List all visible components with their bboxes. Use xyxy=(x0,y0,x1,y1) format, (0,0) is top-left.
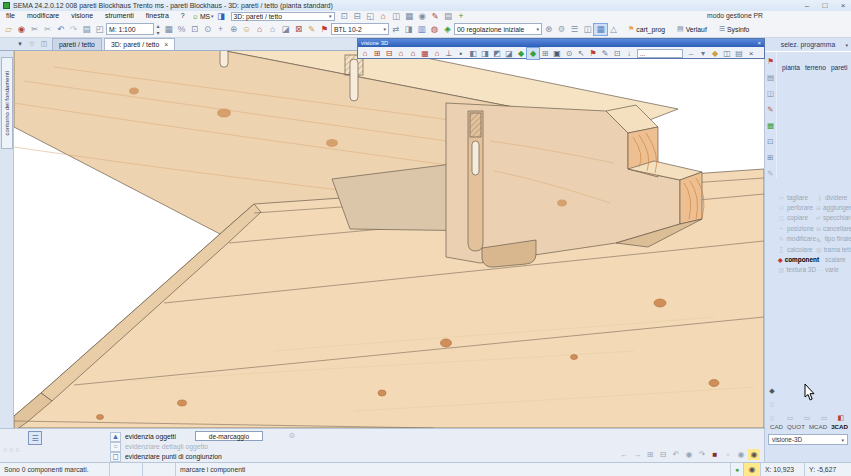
mode-cad[interactable]: CAD xyxy=(770,423,783,430)
list-icon[interactable]: ▤ xyxy=(442,11,455,22)
mode-mcad[interactable]: MCAD xyxy=(809,423,827,430)
tool-calcolare[interactable]: ∑calcolare xyxy=(778,244,816,254)
edit-icon[interactable]: ✎ xyxy=(429,11,442,22)
3d-scene[interactable] xyxy=(14,51,764,428)
zoom-object-icon[interactable]: ⊙ xyxy=(563,48,575,59)
tool-component[interactable]: ◆component xyxy=(778,254,816,264)
dropdown-icon[interactable]: ▾ xyxy=(697,48,709,59)
menu-visione[interactable]: visione xyxy=(65,11,99,21)
close-view-icon[interactable]: × xyxy=(745,48,757,59)
sidebar-item-terreno[interactable]: terreno xyxy=(800,64,826,71)
view-iso-icon[interactable]: ⌂ xyxy=(395,48,407,59)
favorites-icon[interactable]: ☆ xyxy=(26,38,38,50)
view-name-field[interactable]: ... xyxy=(637,49,683,58)
select-icon[interactable]: ↖ xyxy=(575,48,587,59)
zoom-icon[interactable]: ⊙ xyxy=(201,24,214,35)
gear-icon[interactable]: ⚙ xyxy=(555,24,568,35)
menu-help[interactable]: ? xyxy=(175,11,191,21)
delete-icon[interactable]: ⊠ xyxy=(292,24,305,35)
tool-perforare[interactable]: ⊙perforare xyxy=(778,202,816,212)
mode-quot[interactable]: QUOT xyxy=(787,423,805,430)
scale-spinner[interactable]: ▴▾ xyxy=(154,22,162,36)
demark-button[interactable]: de-marcaggio xyxy=(195,431,263,441)
view-3d-combo[interactable]: visione-3D ▾ xyxy=(768,434,848,445)
view-mode-icon[interactable]: ◨ xyxy=(215,11,228,22)
prev-icon[interactable]: ← xyxy=(618,449,630,460)
cut-alt-icon[interactable]: ✂ xyxy=(41,24,54,35)
zoom-all-icon[interactable]: ▦ xyxy=(162,24,175,35)
menu-modificare[interactable]: modificare xyxy=(21,11,65,21)
sidebar-item-pianta[interactable]: pianta xyxy=(777,64,800,71)
user-caret-icon[interactable]: ▾ xyxy=(211,13,214,19)
zoom-window-icon[interactable]: ⊡ xyxy=(338,11,351,22)
tool-tipo-finale[interactable]: ◣tipo finale xyxy=(816,234,851,244)
view-roof-icon[interactable]: ▦ xyxy=(419,48,431,59)
add-view-icon[interactable]: ⊞ xyxy=(644,449,656,460)
eye-icon[interactable]: ◉ xyxy=(683,449,695,460)
rotate-left-icon[interactable]: ↶ xyxy=(670,449,682,460)
mode-3cad[interactable]: 3CAD xyxy=(831,423,848,430)
verlauf-button[interactable]: ▤ Verlauf xyxy=(673,23,711,35)
walls-icon[interactable]: ◫ xyxy=(765,88,776,98)
sysinfo-button[interactable]: ☰ Sysinfo xyxy=(715,23,754,35)
favorite-view-icon[interactable]: ◆ xyxy=(709,48,721,59)
render-icon[interactable]: ◍ xyxy=(428,24,441,35)
tool-dividere[interactable]: ∥dividere xyxy=(816,192,851,202)
rotate-right-icon[interactable]: ↷ xyxy=(696,449,708,460)
program-selector-header[interactable]: selez. programma ▾ xyxy=(765,38,851,52)
person-view-icon[interactable]: ☺ xyxy=(240,24,253,35)
recent-icon[interactable]: ◉ xyxy=(15,24,28,35)
cube-view-left-icon[interactable]: ◧ xyxy=(467,48,479,59)
swap-icon[interactable]: ⇄ xyxy=(389,24,402,35)
cut-icon[interactable]: ✂ xyxy=(28,24,41,35)
print-icon[interactable]: ▤ xyxy=(80,24,93,35)
floor-icon[interactable]: ⊡ xyxy=(765,136,776,146)
pan-view-icon[interactable]: ⊟ xyxy=(351,11,364,22)
panel-icon[interactable]: ◨ xyxy=(402,24,415,35)
solid-view-icon[interactable]: ◆ xyxy=(515,48,527,59)
center-icon[interactable]: ⊕ xyxy=(227,24,240,35)
component-marker-icon[interactable]: ◆ xyxy=(767,386,777,395)
tool-trama-tetto[interactable]: ▨trama tetto xyxy=(816,244,851,254)
show-marked-icon[interactable]: ◉ xyxy=(735,449,747,460)
collapse-icon[interactable]: – xyxy=(685,48,697,59)
mcad-icon[interactable]: ▭ xyxy=(819,413,829,422)
visione-3d-toolbar[interactable]: visione 3D × ⌂⊞⊟⌂⌂▦⌂⊥▪◧◨◩◪◆◆⊞▣⊙↖⚑✎⊡↓ ...… xyxy=(357,38,765,59)
zoom-percent-icon[interactable]: % xyxy=(175,24,188,35)
draw-icon[interactable]: ✎ xyxy=(765,104,776,114)
user-button[interactable]: MS xyxy=(200,13,210,20)
cube-view-bottom-icon[interactable]: ◪ xyxy=(503,48,515,59)
visione-3d-titlebar[interactable]: visione 3D × xyxy=(358,39,764,47)
btl-combo[interactable]: BTL 10-2 ▾ xyxy=(331,23,389,35)
left-tab-contorno-fondamenti[interactable]: contorno dei fondamenti xyxy=(1,57,13,149)
home-view-icon[interactable]: ⌂ xyxy=(377,11,390,22)
visibility-toggle-icon[interactable]: ◉ xyxy=(744,463,761,476)
tool-textura-3d[interactable]: ▧textura 3D xyxy=(778,265,816,275)
snap-grid-icon[interactable]: ▦ xyxy=(594,24,607,35)
stop-icon[interactable]: ■ xyxy=(709,449,721,460)
3cad-cube-icon[interactable]: ◧ xyxy=(836,413,846,422)
tool-specchiare[interactable]: ⇄specchiare xyxy=(816,213,851,223)
split-view-icon[interactable]: ◫ xyxy=(390,11,403,22)
info-panel-icon[interactable]: ☰ xyxy=(568,24,581,35)
panel-icon[interactable]: ⊞ xyxy=(765,152,776,162)
open-project-icon[interactable]: ▱ xyxy=(2,24,15,35)
tab-pareti-tetto[interactable]: pareti / tetto xyxy=(52,38,102,50)
duplicate-view-icon[interactable]: ◫ xyxy=(721,48,733,59)
tool-tagliare[interactable]: ✂tagliare xyxy=(778,192,816,202)
highlight-joints-row[interactable]: ◻ evidenziare punti di congiunzion xyxy=(110,451,222,462)
frame-icon[interactable]: ▫ xyxy=(722,449,734,460)
menu-strumenti[interactable]: strumenti xyxy=(99,11,140,21)
detail-icon[interactable]: ✎ xyxy=(765,168,776,178)
tool-scalare[interactable]: ↕scalare xyxy=(816,254,851,264)
regulation-combo[interactable]: 00 regolazione iniziale ▾ xyxy=(454,23,542,35)
3d-viewport[interactable] xyxy=(14,51,764,428)
add-icon[interactable]: + xyxy=(455,11,468,22)
show-all-icon[interactable]: ◉ xyxy=(748,449,760,460)
view-side-icon[interactable]: ⊟ xyxy=(383,48,395,59)
toolbar-close-icon[interactable]: × xyxy=(757,40,761,46)
annotate-icon[interactable]: ✎ xyxy=(599,48,611,59)
tab-close-icon[interactable]: × xyxy=(164,41,168,48)
cad-icon[interactable]: ▭ xyxy=(785,413,795,422)
house-view-icon[interactable]: ⌂ xyxy=(266,24,279,35)
